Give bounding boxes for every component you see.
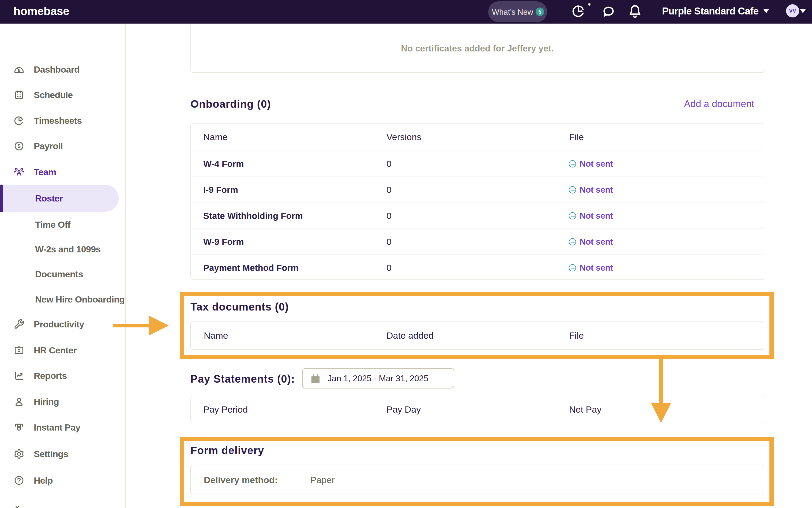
svg-text:$: $ <box>17 143 20 149</box>
